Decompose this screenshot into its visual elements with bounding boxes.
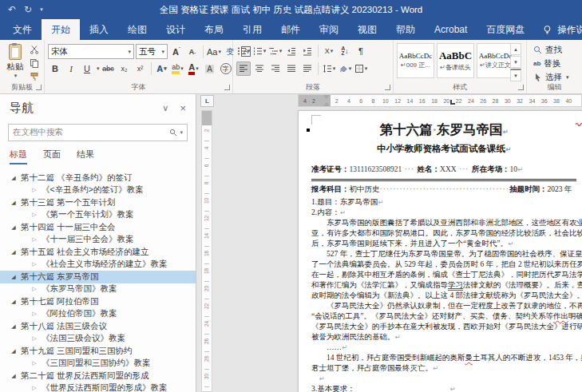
- first-line-indent-marker[interactable]: [323, 95, 330, 99]
- search-icon[interactable]: [169, 129, 177, 137]
- font-dialog-launcher-icon[interactable]: [224, 85, 230, 90]
- undo-icon[interactable]: ↶: [8, 0, 16, 19]
- strikethrough-button[interactable]: abc: [101, 61, 116, 76]
- style-card[interactable]: AaBbCcDc ↵009 正...: [397, 43, 434, 78]
- paste-button[interactable]: 粘贴 ▾: [4, 44, 26, 85]
- doc-line[interactable]: 亚，有许多大都市和国际贸易港口。因此，东罗马帝国的经济比较活跃，社会比较稳定。: [311, 228, 576, 239]
- show-marks-button[interactable]: ¶: [354, 44, 368, 58]
- gallery-more-icon[interactable]: ▼: [510, 69, 521, 81]
- nav-close-icon[interactable]: ×: [180, 102, 186, 114]
- doc-line[interactable]: 报考科目：初中历史·······························…: [311, 179, 576, 195]
- doc-line[interactable]: 东罗马帝国的版图囊括了希腊以及亚洲西部和非洲北部地区，这些地区有农业比较发: [311, 218, 576, 228]
- select-button[interactable]: 选择 ▾: [533, 71, 569, 83]
- multilevel-list-button[interactable]: ▾: [268, 44, 283, 58]
- doc-line[interactable]: 第十六篇·东罗马帝国↵: [311, 121, 576, 141]
- document-page[interactable]: 第十六篇·东罗马帝国↵中小学教师资格考试面试备课纸↵准考证号：131116235…: [298, 110, 582, 392]
- expand-collapse-icon[interactable]: ▷: [30, 261, 38, 267]
- find-button[interactable]: 查找: [533, 44, 569, 56]
- nav-tree-item[interactable]: ▷ 《社会主义市场经济的建立》教案: [0, 259, 196, 271]
- doc-line[interactable]: 《罗马民法大全》仍然承认奴隶制，但在一定程度上改善了奴隶的地位，不再像以前: [311, 301, 576, 311]
- ribbon-tab[interactable]: Acrobat: [425, 19, 477, 40]
- doc-line[interactable]: 被誉为欧洲民法的基础。↵: [311, 332, 576, 343]
- change-case-button[interactable]: Aa▾: [207, 45, 221, 59]
- highlight-button[interactable]: ab▾: [171, 61, 185, 76]
- font-name-dropdown-icon[interactable]: ▾: [128, 49, 131, 55]
- nav-tree-item[interactable]: ▷ 《东罗马帝国》教案: [0, 283, 196, 296]
- expand-collapse-icon[interactable]: ◢: [10, 224, 18, 231]
- underline-button[interactable]: U: [80, 61, 94, 76]
- bullets-button[interactable]: ▾: [236, 44, 251, 58]
- decrease-indent-button[interactable]: [284, 44, 299, 58]
- doc-line[interactable]: 中小学教师资格考试面试备课纸↵: [311, 141, 576, 156]
- nav-tree-item[interactable]: ◢ 第十八篇 法国三级会议: [0, 320, 196, 333]
- style-card[interactable]: AaBbCcDc ↵讲义正文: [477, 43, 514, 78]
- nav-tab[interactable]: 页面: [43, 148, 61, 164]
- paste-dropdown-icon[interactable]: ▾: [14, 73, 18, 79]
- nav-tree-item[interactable]: ▷ 《法国三级会议》教案: [0, 333, 196, 346]
- doc-line[interactable]: 1.题目：东罗马帝国↵: [311, 197, 576, 208]
- doc-line[interactable]: 14 世纪初，拜占庭帝国受到新崛起的奥斯曼土耳其人的不断进攻，1453 年，奥斯…: [311, 353, 576, 363]
- shading-button[interactable]: ▾: [338, 61, 352, 76]
- expand-collapse-icon[interactable]: ◢: [10, 323, 18, 330]
- shrink-font-button[interactable]: Aˇ: [185, 45, 200, 59]
- grow-font-button[interactable]: Aˆ: [169, 45, 184, 59]
- nav-tree-item[interactable]: ◢ 第十九篇 三国同盟和三国协约: [0, 345, 196, 358]
- sort-button[interactable]: AZ ↓: [338, 44, 352, 58]
- gallery-up-icon[interactable]: ▲: [510, 43, 521, 55]
- nav-tab[interactable]: 标题: [10, 148, 27, 164]
- font-name-combo[interactable]: 宋体▾: [48, 44, 134, 59]
- copy-button[interactable]: [27, 57, 42, 69]
- nav-tree-item[interactable]: ▷ 《阿拉伯帝国》教案: [0, 308, 196, 321]
- select-dropdown-icon[interactable]: ▾: [566, 74, 569, 81]
- expand-collapse-icon[interactable]: ▷: [30, 286, 38, 292]
- format-painter-button[interactable]: [27, 70, 42, 83]
- search-dropdown-icon[interactable]: ▾: [180, 129, 183, 136]
- asian-layout-button[interactable]: X▾: [322, 44, 336, 58]
- ribbon-tab[interactable]: 开始: [42, 19, 80, 40]
- expand-collapse-icon[interactable]: ◢: [10, 299, 18, 305]
- underline-dropdown-icon[interactable]: ▾: [97, 65, 100, 72]
- text-effects-button[interactable]: A▾: [155, 61, 169, 76]
- enclose-characters-button[interactable]: 字: [219, 61, 233, 76]
- nav-tree-item[interactable]: ▷ 《十一届三中全会》教案: [0, 234, 196, 247]
- replace-button[interactable]: ab 替换: [533, 57, 569, 69]
- nav-tree-item[interactable]: ◢ 第二十篇 世界反法西斯同盟的形成: [0, 370, 196, 382]
- expand-collapse-icon[interactable]: ◢: [10, 200, 18, 206]
- ribbon-tab[interactable]: 布局: [195, 19, 233, 40]
- doc-line[interactable]: “会说话的工具”。《罗马民法大全》还对财产、买卖、债务、契约关系等作出明确规定: [311, 311, 576, 322]
- expand-collapse-icon[interactable]: ▷: [30, 360, 38, 366]
- nav-tree-item[interactable]: ◢ 第十二篇 《辛丑条约》的签订: [0, 172, 196, 184]
- increase-indent-button[interactable]: [300, 44, 315, 58]
- style-card[interactable]: AaBbC ↵备课纸头: [437, 43, 474, 78]
- doc-line[interactable]: 君士坦丁堡，拜占庭帝国最终灭亡。↵: [311, 363, 576, 374]
- paragraph-dialog-launcher-icon[interactable]: [385, 85, 390, 90]
- expand-collapse-icon[interactable]: ▷: [30, 385, 38, 391]
- ribbon-tab[interactable]: 视图: [348, 19, 386, 40]
- superscript-button[interactable]: x²: [133, 61, 148, 76]
- borders-button[interactable]: ▾: [354, 61, 368, 76]
- expand-collapse-icon[interactable]: ◢: [10, 274, 18, 280]
- doc-line[interactable]: 在一起，剔除其中相互矛盾的条例，编成《查士丁尼法典》，同时把历代罗马法学家有关: [311, 270, 576, 280]
- doc-line[interactable]: 2.内容：↵: [311, 208, 576, 218]
- nav-tree-item[interactable]: ◢ 第十五篇 社会主义市场经济的建立: [0, 246, 196, 259]
- tab-stop-marker[interactable]: [450, 100, 455, 105]
- expand-collapse-icon[interactable]: ▷: [30, 212, 38, 218]
- gallery-down-icon[interactable]: ▼: [510, 56, 521, 68]
- align-right-button[interactable]: [268, 61, 283, 76]
- subscript-button[interactable]: x₂: [117, 61, 132, 76]
- nav-collapse-icon[interactable]: ∨: [162, 103, 168, 113]
- redo-icon[interactable]: ↻: [24, 0, 32, 19]
- doc-line[interactable]: 527 年，查士丁尼继任为东罗马帝国皇帝。为了稳固帝国的社会秩序、保证皇帝的专: [311, 249, 576, 259]
- nav-tree-item[interactable]: ◢ 第十六篇 东罗马帝国: [0, 271, 196, 283]
- doc-line[interactable]: 《罗马民法大全》的手抄本在意大利被发现，西欧开始对《罗马民法大全》进行研究。《: [311, 322, 576, 332]
- ribbon-tab[interactable]: 文件: [3, 19, 42, 40]
- nav-tree-item[interactable]: ▷ 《第一个五年计划》教案: [0, 209, 196, 222]
- cut-button[interactable]: [27, 43, 42, 56]
- expand-collapse-icon[interactable]: ▷: [30, 335, 38, 342]
- hanging-indent-marker[interactable]: [323, 102, 330, 106]
- justify-button[interactable]: [284, 61, 299, 76]
- doc-line[interactable]: 政时期的法令编辑为《新法典》。以上这 4 部法律文献统称为《罗马民法大全》。↵: [311, 291, 576, 301]
- distribute-button[interactable]: [300, 61, 315, 76]
- doc-line[interactable]: 后，东罗马帝国则延续下来，并且进入了一个“黄金时代”。↵: [311, 239, 576, 249]
- numbering-button[interactable]: ▾: [252, 44, 267, 58]
